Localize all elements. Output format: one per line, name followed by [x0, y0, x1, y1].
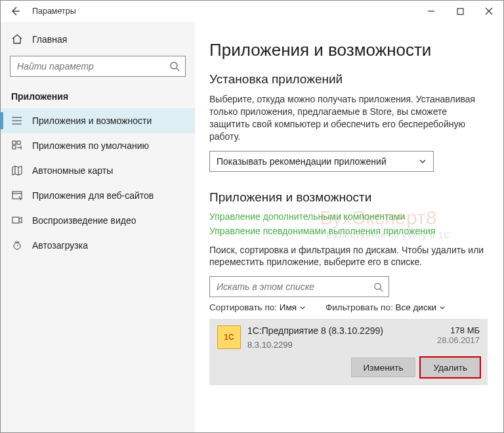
install-description: Выберите, откуда можно получать приложен…	[209, 93, 488, 143]
app-size: 178 МБ	[437, 325, 480, 335]
home-link[interactable]: Главная	[1, 28, 195, 51]
close-button[interactable]	[474, 1, 503, 22]
maximize-icon	[457, 8, 464, 15]
filter-description: Поиск, сортировка и фильтрация по дискам…	[209, 244, 488, 269]
svg-rect-9	[12, 217, 19, 223]
sidebar-item-video-playback[interactable]: Воспроизведение видео	[1, 208, 195, 233]
sidebar-item-startup[interactable]: Автозагрузка	[1, 233, 195, 258]
uninstall-button[interactable]: Удалить	[421, 358, 480, 377]
app-list-search-input[interactable]	[215, 281, 358, 293]
install-source-dropdown[interactable]: Показывать рекомендации приложений	[209, 151, 434, 172]
sidebar-search[interactable]	[10, 56, 186, 77]
minimize-button[interactable]	[417, 1, 446, 22]
sidebar-search-input[interactable]	[16, 60, 156, 72]
home-icon	[11, 33, 23, 45]
app-list-item[interactable]: 1С 1С:Предприятие 8 (8.3.10.2299) 8.3.10…	[209, 319, 488, 385]
svg-rect-5	[12, 141, 16, 144]
svg-point-11	[375, 283, 381, 289]
dropdown-value: Показывать рекомендации приложений	[217, 156, 387, 167]
filter-dropdown[interactable]: Все диски	[395, 302, 446, 312]
sidebar: Главная Приложения Приложения и возможно…	[1, 22, 195, 432]
sidebar-item-web-apps[interactable]: Приложения для веб-сайтов	[1, 183, 195, 208]
sidebar-item-offline-maps[interactable]: Автономные карты	[1, 158, 195, 183]
back-button[interactable]	[1, 1, 30, 22]
sort-dropdown[interactable]: Имя	[280, 302, 306, 312]
settings-window: Параметры Главная	[0, 0, 504, 433]
search-icon	[169, 61, 180, 72]
chevron-down-icon	[419, 157, 427, 165]
window-title: Параметры	[32, 7, 76, 16]
chevron-down-icon	[299, 304, 306, 311]
close-icon	[485, 7, 493, 15]
app-list-search[interactable]	[209, 276, 389, 297]
sidebar-item-label: Автозагрузка	[32, 240, 88, 251]
sidebar-item-label: Приложения для веб-сайтов	[32, 190, 154, 201]
home-label: Главная	[32, 34, 67, 45]
app-date: 28.06.2017	[437, 335, 480, 345]
apps-heading: Приложения и возможности	[209, 190, 488, 205]
app-name: 1С:Предприятие 8 (8.3.10.2299)	[247, 325, 430, 336]
svg-rect-8	[12, 192, 22, 199]
sidebar-item-label: Приложения по умолчанию	[32, 140, 149, 151]
svg-point-1	[171, 62, 177, 69]
svg-point-2	[12, 117, 13, 118]
modify-button[interactable]: Изменить	[351, 358, 416, 377]
filter-label: Фильтровать по:	[326, 302, 393, 312]
sidebar-item-label: Приложения и возможности	[32, 115, 152, 126]
chevron-down-icon	[439, 304, 446, 311]
svg-point-4	[12, 124, 13, 125]
sort-value: Имя	[280, 302, 297, 312]
sort-label: Сортировать по:	[209, 302, 277, 312]
search-icon	[373, 282, 383, 292]
main-panel: БухЭксперт8 База ответов по учету в 1С П…	[195, 22, 503, 432]
sidebar-item-label: Воспроизведение видео	[32, 215, 136, 226]
link-app-execution-aliases[interactable]: Управление псевдонимами выполнения прило…	[209, 226, 488, 236]
sidebar-item-default-apps[interactable]: Приложения по умолчанию	[1, 133, 195, 158]
sidebar-nav: Приложения и возможности Приложения по у…	[1, 108, 195, 258]
app-icon: 1С	[217, 325, 241, 349]
app-version: 8.3.10.2299	[247, 340, 430, 350]
arrow-left-icon	[10, 6, 20, 16]
sidebar-item-apps-features[interactable]: Приложения и возможности	[1, 108, 195, 133]
svg-point-3	[12, 121, 13, 121]
svg-rect-6	[17, 141, 20, 144]
apps-features-icon	[11, 115, 23, 127]
maximize-button[interactable]	[446, 1, 474, 22]
sidebar-item-label: Автономные карты	[32, 165, 113, 176]
web-apps-icon	[11, 190, 23, 201]
svg-rect-0	[457, 9, 463, 14]
page-title: Приложения и возможности	[209, 40, 488, 60]
startup-icon	[11, 239, 23, 251]
link-optional-features[interactable]: Управление дополнительными компонентами	[209, 211, 488, 222]
video-icon	[11, 215, 23, 226]
filter-value: Все диски	[395, 302, 436, 312]
svg-rect-7	[12, 146, 16, 149]
sidebar-section-label: Приложения	[1, 82, 195, 104]
titlebar: Параметры	[1, 1, 503, 22]
offline-maps-icon	[11, 165, 23, 176]
install-heading: Установка приложений	[209, 72, 488, 87]
minimize-icon	[427, 7, 435, 15]
sort-filter-row: Сортировать по: Имя Фильтровать по: Все …	[209, 302, 488, 312]
default-apps-icon	[11, 140, 23, 152]
